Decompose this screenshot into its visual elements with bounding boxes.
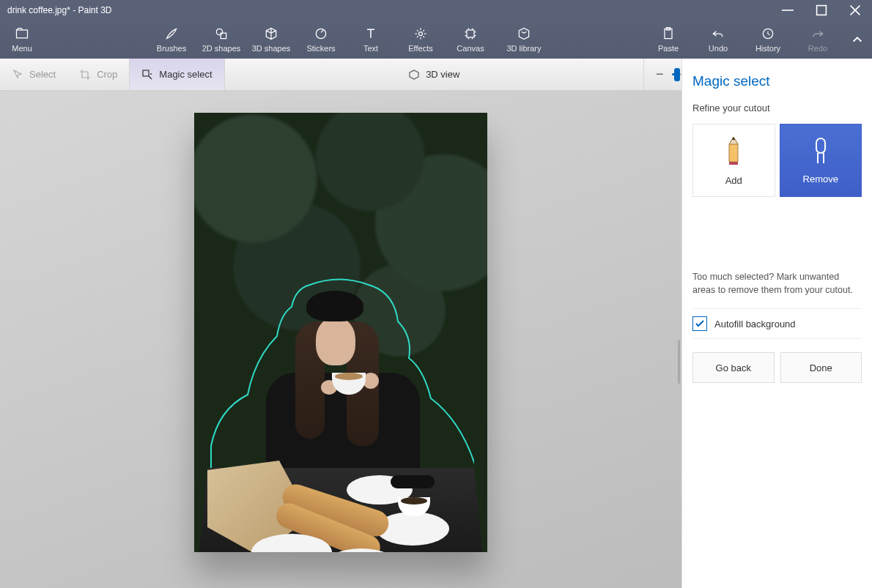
- workspace[interactable]: [0, 91, 681, 588]
- pencil-icon: [725, 135, 742, 168]
- history-label: History: [755, 44, 780, 53]
- refine-label: Refine your cutout: [692, 103, 862, 113]
- effects-button[interactable]: Effects: [396, 21, 446, 59]
- svg-rect-10: [143, 70, 149, 76]
- zoom-out-button[interactable]: −: [656, 67, 664, 82]
- paste-icon: [661, 26, 676, 41]
- checkbox[interactable]: [692, 316, 707, 331]
- title-bar: drink coffee.jpg* - Paint 3D: [0, 0, 872, 21]
- window-title: drink coffee.jpg* - Paint 3D: [7, 5, 112, 15]
- 2d-shapes-button[interactable]: 2D shapes: [196, 21, 246, 59]
- autofill-label: Autofill background: [714, 319, 796, 330]
- close-button[interactable]: [838, 0, 872, 21]
- effects-icon: [413, 26, 428, 41]
- shapes2d-label: 2D shapes: [202, 44, 241, 53]
- redo-icon: [810, 26, 825, 41]
- sunglasses: [391, 475, 435, 488]
- add-label: Add: [725, 175, 742, 186]
- library-label: 3D library: [506, 44, 541, 53]
- svg-point-2: [216, 29, 222, 34]
- 3d-view-label: 3D view: [426, 69, 459, 80]
- cursor-icon: [12, 69, 23, 81]
- crop-label: Crop: [97, 69, 117, 80]
- svg-point-11: [150, 73, 152, 75]
- face: [316, 317, 355, 365]
- svg-rect-15: [729, 162, 738, 165]
- brushes-label: Brushes: [157, 44, 186, 53]
- close-icon: [849, 4, 861, 16]
- collapse-ribbon-button[interactable]: [843, 21, 872, 59]
- minimize-button[interactable]: [771, 0, 805, 21]
- canvas-label: Canvas: [457, 44, 484, 53]
- crop-tool[interactable]: Crop: [67, 59, 129, 90]
- 3d-shapes-button[interactable]: 3D shapes: [246, 21, 296, 59]
- text-icon: [363, 26, 378, 41]
- svg-point-5: [419, 32, 423, 36]
- text-button[interactable]: Text: [346, 21, 396, 59]
- hat: [306, 291, 363, 321]
- svg-point-4: [316, 29, 325, 38]
- folder-icon: [15, 26, 29, 41]
- history-icon: [761, 26, 775, 41]
- canvas-image[interactable]: [194, 113, 487, 552]
- paste-label: Paste: [658, 44, 679, 53]
- sticker-icon: [314, 26, 328, 41]
- check-icon: [695, 319, 705, 329]
- menu-button[interactable]: Menu: [0, 21, 44, 59]
- svg-rect-16: [816, 138, 825, 153]
- magic-select-icon: [141, 69, 153, 81]
- canvas-icon: [463, 26, 478, 41]
- ribbon: Menu Brushes 2D shapes 3D shapes Sticker…: [0, 21, 872, 59]
- select-tool[interactable]: Select: [0, 59, 67, 90]
- maximize-button[interactable]: [805, 0, 838, 21]
- svg-rect-0: [817, 6, 827, 15]
- menu-label: Menu: [12, 44, 32, 53]
- magic-select-label: Magic select: [159, 69, 212, 80]
- maximize-icon: [816, 4, 827, 16]
- effects-label: Effects: [408, 44, 432, 53]
- 3d-library-button[interactable]: 3D library: [495, 21, 553, 59]
- 3d-view-icon: [408, 69, 420, 81]
- minimize-icon: [782, 4, 794, 16]
- go-back-label: Go back: [716, 362, 751, 373]
- panel-title: Magic select: [692, 73, 862, 89]
- shapes3d-label: 3D shapes: [252, 44, 291, 53]
- brush-icon: [164, 26, 179, 41]
- 3d-view-toggle[interactable]: 3D view: [408, 69, 459, 81]
- magic-select-cutout: [207, 278, 474, 552]
- undo-label: Undo: [709, 44, 728, 53]
- crop-icon: [79, 69, 91, 81]
- redo-button: Redo: [793, 21, 843, 59]
- svg-rect-1: [17, 30, 28, 38]
- magic-select-tool[interactable]: Magic select: [130, 59, 223, 90]
- go-back-button[interactable]: Go back: [692, 352, 775, 383]
- paste-button[interactable]: Paste: [643, 21, 693, 59]
- remove-label: Remove: [803, 174, 838, 185]
- undo-button[interactable]: Undo: [693, 21, 743, 59]
- svg-rect-6: [467, 30, 474, 37]
- add-tool-button[interactable]: Add: [692, 124, 775, 197]
- eraser-icon: [810, 137, 831, 166]
- remove-tool-button[interactable]: Remove: [780, 124, 862, 197]
- stickers-label: Stickers: [306, 44, 335, 53]
- history-button[interactable]: History: [743, 21, 793, 59]
- brushes-button[interactable]: Brushes: [147, 21, 196, 59]
- canvas-button[interactable]: Canvas: [446, 21, 495, 59]
- redo-label: Redo: [808, 44, 827, 53]
- help-text: Too much selected? Mark unwanted areas t…: [692, 270, 862, 297]
- text-label: Text: [363, 44, 378, 53]
- library-icon: [517, 26, 531, 41]
- shapes-2d-icon: [214, 26, 229, 41]
- side-panel: Magic select Refine your cutout Add Remo…: [681, 59, 872, 588]
- autofill-checkbox-row[interactable]: Autofill background: [692, 308, 862, 339]
- done-button[interactable]: Done: [780, 352, 862, 383]
- cube-icon: [264, 26, 278, 41]
- undo-icon: [711, 26, 725, 41]
- select-label: Select: [29, 69, 56, 80]
- scrollbar[interactable]: [678, 340, 680, 384]
- stickers-button[interactable]: Stickers: [296, 21, 346, 59]
- chevron-up-icon: [851, 34, 863, 45]
- done-label: Done: [810, 362, 832, 373]
